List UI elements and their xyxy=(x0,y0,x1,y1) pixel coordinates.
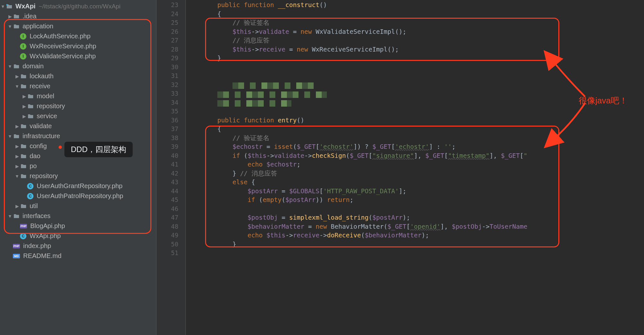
tree-file-readme[interactable]: ▶ MD README.md xyxy=(0,251,156,261)
tree-item-domain[interactable]: ▼ domain xyxy=(0,61,156,71)
code-line[interactable]: $postArr = $GLOBALS['HTTP_RAW_POST_DATA'… xyxy=(186,187,644,196)
tree-item-repository[interactable]: ▶ repository xyxy=(0,101,156,111)
tree-item-receive[interactable]: ▼ receive xyxy=(0,81,156,91)
tree-file-index[interactable]: ▶ PHP index.php xyxy=(0,241,156,251)
code-line[interactable] xyxy=(186,107,644,116)
code-line[interactable]: public function entry() xyxy=(186,116,644,125)
tree-file-blogapi[interactable]: ▶ PHP BlogApi.php xyxy=(0,221,156,231)
code-line[interactable]: $behaviorMatter = new BehaviorMatter($_G… xyxy=(186,222,644,231)
line-number[interactable]: 29 xyxy=(156,54,185,63)
tree-file-wxapi[interactable]: ▶ C WxApi.php xyxy=(0,231,156,241)
code-line[interactable]: $echostr = isset($_GET['echostr']) ? $_G… xyxy=(186,142,644,151)
line-number[interactable]: 50 xyxy=(156,240,185,249)
caret-right-icon[interactable]: ▶ xyxy=(14,163,20,169)
caret-right-icon[interactable]: ▶ xyxy=(14,203,20,209)
line-number[interactable]: 36 xyxy=(156,116,185,125)
editor-gutter[interactable]: 2324252627282930313233343536373839404142… xyxy=(156,0,186,335)
code-editor[interactable]: public function __construct() { // 验证签名 … xyxy=(186,0,644,335)
code-line[interactable]: // 消息应答 xyxy=(186,36,644,45)
caret-down-icon[interactable]: ▼ xyxy=(0,4,6,9)
tree-item-infra-repository[interactable]: ▼ repository xyxy=(0,171,156,181)
caret-down-icon[interactable]: ▼ xyxy=(7,63,13,69)
caret-right-icon[interactable]: ▶ xyxy=(21,103,27,109)
line-number[interactable]: 43 xyxy=(156,178,185,187)
caret-down-icon[interactable]: ▼ xyxy=(14,83,20,89)
tree-file-wxreceive[interactable]: ▶ I WxReceiveService.php xyxy=(0,41,156,51)
line-number[interactable]: 49 xyxy=(156,231,185,240)
line-number[interactable]: 39 xyxy=(156,142,185,151)
code-line[interactable]: { xyxy=(186,10,644,19)
line-number[interactable]: 31 xyxy=(156,72,185,81)
line-number[interactable]: 35 xyxy=(156,107,185,116)
tree-item-idea[interactable]: ▶ .idea xyxy=(0,11,156,21)
code-line[interactable]: if (empty($postArr)) return; xyxy=(186,196,644,205)
line-number[interactable]: 46 xyxy=(156,205,185,214)
line-number[interactable]: 25 xyxy=(156,18,185,27)
code-line[interactable] xyxy=(186,63,644,72)
line-number[interactable]: 34 xyxy=(156,98,185,107)
caret-down-icon[interactable]: ▼ xyxy=(7,24,13,29)
tree-item-util[interactable]: ▶ util xyxy=(0,201,156,211)
caret-down-icon[interactable]: ▼ xyxy=(7,213,13,219)
tree-item-lockauth[interactable]: ▶ lockauth xyxy=(0,71,156,81)
code-line[interactable] xyxy=(186,72,644,81)
line-number[interactable]: 42 xyxy=(156,169,185,178)
code-line[interactable]: public function __construct() xyxy=(186,1,644,10)
tree-item-model[interactable]: ▶ model xyxy=(0,91,156,101)
tree-root[interactable]: ▼ WxApi ~/itstack/git/github.com/WxApi xyxy=(0,1,156,11)
tree-item-interfaces[interactable]: ▼ interfaces xyxy=(0,211,156,221)
code-line[interactable]: // 验证签名 xyxy=(186,134,644,143)
code-line-obscured[interactable] xyxy=(186,89,644,98)
tree-file-patrol-repo[interactable]: ▶ C UserAuthPatrolRepository.php xyxy=(0,191,156,201)
line-number[interactable]: 23 xyxy=(156,1,185,10)
code-line[interactable]: // 验证签名 xyxy=(186,18,644,27)
line-number[interactable]: 48 xyxy=(156,222,185,231)
line-number[interactable]: 33 xyxy=(156,89,185,98)
caret-right-icon[interactable]: ▶ xyxy=(21,93,27,99)
caret-down-icon[interactable]: ▼ xyxy=(7,133,13,139)
line-number[interactable]: 28 xyxy=(156,45,185,54)
line-number[interactable]: 37 xyxy=(156,125,185,134)
line-number[interactable]: 30 xyxy=(156,63,185,72)
code-line[interactable]: else { xyxy=(186,178,644,187)
caret-right-icon[interactable]: ▶ xyxy=(7,14,13,19)
caret-right-icon[interactable]: ▶ xyxy=(14,153,20,159)
code-line[interactable]: } // 消息应答 xyxy=(186,169,644,178)
tree-item-validate[interactable]: ▶ validate xyxy=(0,121,156,131)
caret-right-icon[interactable]: ▶ xyxy=(14,73,20,79)
code-line[interactable]: if ($this->validate->checkSign($_GET["si… xyxy=(186,151,644,160)
code-line[interactable]: echo $echostr; xyxy=(186,160,644,169)
line-number[interactable]: 27 xyxy=(156,36,185,45)
code-line[interactable]: echo $this->receive->doReceive($behavior… xyxy=(186,231,644,240)
caret-right-icon[interactable]: ▶ xyxy=(21,113,27,119)
code-line[interactable] xyxy=(186,205,644,214)
line-number[interactable]: 41 xyxy=(156,160,185,169)
caret-right-icon[interactable]: ▶ xyxy=(14,123,20,129)
tree-item-po[interactable]: ▶ po xyxy=(0,161,156,171)
tree-item-infrastructure[interactable]: ▼ infrastructure xyxy=(0,131,156,141)
tree-item-application[interactable]: ▼ application xyxy=(0,21,156,31)
tree-item-service[interactable]: ▶ service xyxy=(0,111,156,121)
line-number[interactable]: 26 xyxy=(156,27,185,36)
project-tree-panel[interactable]: ▼ WxApi ~/itstack/git/github.com/WxApi ▶… xyxy=(0,0,156,335)
line-number[interactable]: 40 xyxy=(156,151,185,160)
line-number[interactable]: 38 xyxy=(156,134,185,143)
code-line[interactable]: } xyxy=(186,240,644,249)
line-number[interactable]: 47 xyxy=(156,213,185,222)
caret-right-icon[interactable]: ▶ xyxy=(14,143,20,149)
caret-down-icon[interactable]: ▼ xyxy=(14,173,20,179)
line-number[interactable]: 45 xyxy=(156,196,185,205)
tree-file-grant-repo[interactable]: ▶ C UserAuthGrantRepository.php xyxy=(0,181,156,191)
line-number[interactable]: 44 xyxy=(156,187,185,196)
tree-file-wxvalidate[interactable]: ▶ I WxValidateService.php xyxy=(0,51,156,61)
line-number[interactable]: 24 xyxy=(156,10,185,19)
line-number[interactable]: 32 xyxy=(156,81,185,90)
code-line[interactable]: $this->validate = new WxValidateServiceI… xyxy=(186,27,644,36)
code-line-obscured[interactable] xyxy=(186,81,644,90)
tree-file-lockauth[interactable]: ▶ I LockAuthService.php xyxy=(0,31,156,41)
code-line[interactable]: $this->receive = new WxReceiveServiceImp… xyxy=(186,45,644,54)
line-number[interactable]: 51 xyxy=(156,249,185,258)
code-line[interactable]: } xyxy=(186,54,644,63)
code-line[interactable]: $postObj = simplexml_load_string($postAr… xyxy=(186,213,644,222)
code-line[interactable]: { xyxy=(186,125,644,134)
